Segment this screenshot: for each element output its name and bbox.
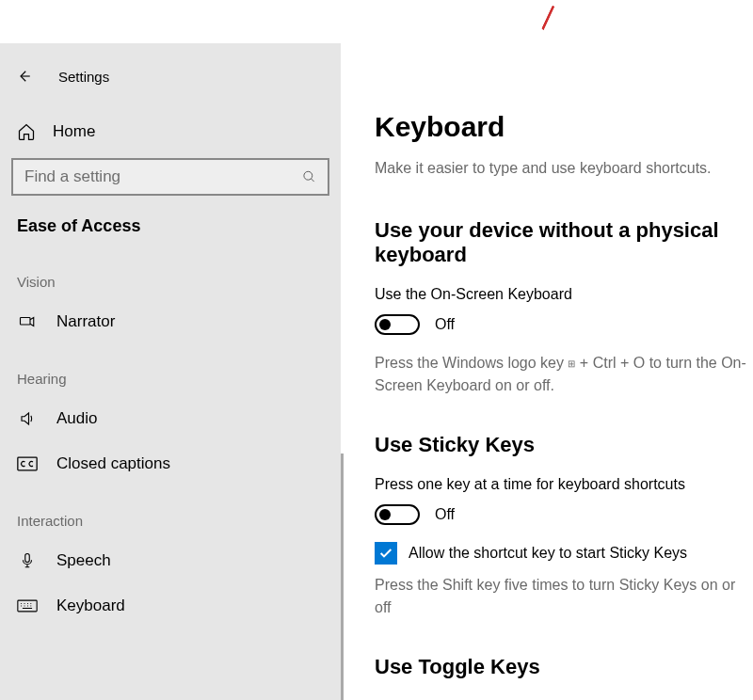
page-title: Keyboard bbox=[375, 111, 753, 143]
sticky-checkbox-label: Allow the shortcut key to start Sticky K… bbox=[409, 545, 687, 562]
home-icon bbox=[17, 122, 36, 141]
sticky-toggle[interactable] bbox=[375, 504, 420, 525]
sidebar-item-label: Closed captions bbox=[56, 454, 170, 473]
sidebar-item-label: Keyboard bbox=[56, 597, 125, 615]
osk-help-text: Press the Windows logo key ⊞ + Ctrl + O … bbox=[375, 352, 753, 397]
page-subtitle: Make it easier to type and use keyboard … bbox=[375, 160, 753, 177]
speech-icon bbox=[17, 552, 38, 569]
narrator-icon bbox=[17, 313, 38, 330]
sidebar-item-narrator[interactable]: Narrator bbox=[0, 299, 341, 344]
annotation-mark bbox=[541, 6, 568, 37]
keyboard-icon bbox=[17, 597, 38, 614]
audio-icon bbox=[17, 410, 38, 427]
search-input[interactable] bbox=[11, 158, 329, 196]
sticky-heading: Use Sticky Keys bbox=[375, 433, 753, 457]
svg-rect-3 bbox=[25, 554, 30, 563]
app-title: Settings bbox=[58, 69, 109, 85]
sticky-shortcut-checkbox[interactable] bbox=[375, 542, 397, 565]
sticky-toggle-state: Off bbox=[435, 506, 455, 523]
svg-point-0 bbox=[304, 171, 312, 180]
home-label: Home bbox=[53, 122, 95, 141]
sidebar-group-vision: Vision bbox=[0, 247, 341, 299]
sidebar-item-keyboard[interactable]: Keyboard bbox=[0, 583, 341, 628]
sidebar: Settings Home Ease of Access Vision Narr… bbox=[0, 43, 341, 700]
main-content: Keyboard Make it easier to type and use … bbox=[341, 43, 753, 700]
osk-toggle[interactable] bbox=[375, 314, 420, 335]
sticky-help-text: Press the Shift key five times to turn S… bbox=[375, 574, 753, 619]
sidebar-item-speech[interactable]: Speech bbox=[0, 538, 341, 583]
sidebar-group-hearing: Hearing bbox=[0, 344, 341, 396]
check-icon bbox=[378, 546, 393, 561]
sidebar-item-label: Audio bbox=[56, 409, 97, 428]
sticky-label: Press one key at a time for keyboard sho… bbox=[375, 476, 753, 493]
sidebar-item-label: Narrator bbox=[56, 312, 115, 331]
toggle-keys-heading: Use Toggle Keys bbox=[375, 655, 753, 679]
osk-toggle-state: Off bbox=[435, 316, 455, 333]
sidebar-item-audio[interactable]: Audio bbox=[0, 396, 341, 441]
osk-heading: Use your device without a physical keybo… bbox=[375, 218, 753, 267]
captions-icon bbox=[17, 455, 38, 472]
search-field[interactable] bbox=[24, 167, 302, 186]
sidebar-item-label: Speech bbox=[56, 551, 111, 570]
search-icon bbox=[302, 169, 316, 184]
svg-rect-1 bbox=[21, 318, 31, 326]
sidebar-group-interaction: Interaction bbox=[0, 486, 341, 538]
back-arrow-icon[interactable] bbox=[15, 68, 32, 85]
titlebar: Settings bbox=[0, 56, 341, 96]
sidebar-category-title: Ease of Access bbox=[0, 196, 341, 247]
sidebar-item-home[interactable]: Home bbox=[0, 111, 341, 152]
scroll-indicator[interactable] bbox=[341, 453, 344, 700]
sidebar-item-closed-captions[interactable]: Closed captions bbox=[0, 441, 341, 486]
osk-label: Use the On-Screen Keyboard bbox=[375, 286, 753, 303]
